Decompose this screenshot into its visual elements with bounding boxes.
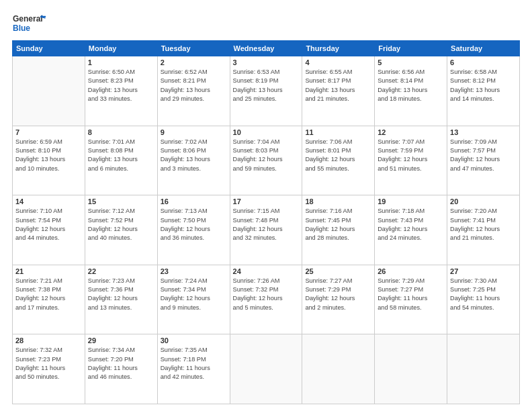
day-info: Sunrise: 7:01 AM Sunset: 8:08 PM Dayligh…	[88, 138, 154, 173]
day-info: Sunrise: 6:50 AM Sunset: 8:23 PM Dayligh…	[88, 68, 154, 103]
day-number: 25	[305, 267, 371, 275]
calendar-cell: 17Sunrise: 7:15 AM Sunset: 7:48 PM Dayli…	[230, 195, 302, 265]
day-number: 18	[305, 197, 371, 205]
calendar-cell	[375, 334, 447, 404]
day-info: Sunrise: 7:24 AM Sunset: 7:34 PM Dayligh…	[161, 277, 227, 312]
day-info: Sunrise: 7:02 AM Sunset: 8:06 PM Dayligh…	[161, 138, 227, 173]
calendar-cell: 9Sunrise: 7:02 AM Sunset: 8:06 PM Daylig…	[157, 126, 230, 195]
day-info: Sunrise: 6:53 AM Sunset: 8:19 PM Dayligh…	[233, 68, 300, 103]
day-number: 12	[378, 128, 444, 136]
page: General Blue SundayMondayTuesdayWednesda…	[0, 0, 532, 411]
day-number: 9	[161, 128, 227, 136]
column-header-sunday: Sunday	[13, 41, 85, 56]
day-info: Sunrise: 7:32 AM Sunset: 7:23 PM Dayligh…	[15, 346, 82, 381]
calendar-cell: 27Sunrise: 7:30 AM Sunset: 7:25 PM Dayli…	[447, 265, 520, 334]
svg-text:General: General	[13, 14, 43, 24]
logo: General Blue	[12, 12, 46, 36]
calendar-cell: 23Sunrise: 7:24 AM Sunset: 7:34 PM Dayli…	[157, 265, 230, 334]
day-number: 15	[88, 197, 154, 205]
day-info: Sunrise: 7:04 AM Sunset: 8:03 PM Dayligh…	[233, 138, 300, 173]
day-number: 13	[450, 128, 517, 136]
day-info: Sunrise: 6:59 AM Sunset: 8:10 PM Dayligh…	[15, 138, 82, 173]
calendar-week-row: 14Sunrise: 7:10 AM Sunset: 7:54 PM Dayli…	[13, 195, 520, 265]
day-number: 16	[161, 197, 227, 205]
svg-text:Blue: Blue	[13, 24, 30, 33]
calendar-cell: 22Sunrise: 7:23 AM Sunset: 7:36 PM Dayli…	[85, 265, 157, 334]
day-info: Sunrise: 7:18 AM Sunset: 7:43 PM Dayligh…	[378, 207, 444, 242]
day-info: Sunrise: 6:52 AM Sunset: 8:21 PM Dayligh…	[161, 68, 227, 103]
column-header-monday: Monday	[85, 41, 157, 56]
calendar-table: SundayMondayTuesdayWednesdayThursdayFrid…	[12, 40, 520, 404]
day-number: 19	[378, 197, 444, 205]
calendar-cell: 14Sunrise: 7:10 AM Sunset: 7:54 PM Dayli…	[13, 195, 85, 265]
calendar-cell: 2Sunrise: 6:52 AM Sunset: 8:21 PM Daylig…	[157, 56, 230, 126]
column-header-thursday: Thursday	[302, 41, 375, 56]
calendar-cell: 13Sunrise: 7:09 AM Sunset: 7:57 PM Dayli…	[447, 126, 520, 195]
calendar-week-row: 21Sunrise: 7:21 AM Sunset: 7:38 PM Dayli…	[13, 265, 520, 334]
calendar-cell: 20Sunrise: 7:20 AM Sunset: 7:41 PM Dayli…	[447, 195, 520, 265]
day-info: Sunrise: 7:34 AM Sunset: 7:20 PM Dayligh…	[88, 346, 154, 381]
day-number: 23	[161, 267, 227, 275]
day-info: Sunrise: 7:13 AM Sunset: 7:50 PM Dayligh…	[161, 207, 227, 242]
column-header-saturday: Saturday	[447, 41, 520, 56]
day-info: Sunrise: 7:09 AM Sunset: 7:57 PM Dayligh…	[450, 138, 517, 173]
day-number: 20	[450, 197, 517, 205]
calendar-cell: 15Sunrise: 7:12 AM Sunset: 7:52 PM Dayli…	[85, 195, 157, 265]
day-info: Sunrise: 7:15 AM Sunset: 7:48 PM Dayligh…	[233, 207, 300, 242]
calendar-cell: 28Sunrise: 7:32 AM Sunset: 7:23 PM Dayli…	[13, 334, 85, 404]
calendar-cell: 18Sunrise: 7:16 AM Sunset: 7:45 PM Dayli…	[302, 195, 375, 265]
day-info: Sunrise: 7:06 AM Sunset: 8:01 PM Dayligh…	[305, 138, 371, 173]
calendar-cell: 5Sunrise: 6:56 AM Sunset: 8:14 PM Daylig…	[375, 56, 447, 126]
day-info: Sunrise: 7:23 AM Sunset: 7:36 PM Dayligh…	[88, 277, 154, 312]
calendar-week-row: 28Sunrise: 7:32 AM Sunset: 7:23 PM Dayli…	[13, 334, 520, 404]
day-info: Sunrise: 7:16 AM Sunset: 7:45 PM Dayligh…	[305, 207, 371, 242]
day-info: Sunrise: 7:10 AM Sunset: 7:54 PM Dayligh…	[15, 207, 82, 242]
day-info: Sunrise: 7:27 AM Sunset: 7:29 PM Dayligh…	[305, 277, 371, 312]
day-number: 5	[378, 58, 444, 66]
calendar-header-row: SundayMondayTuesdayWednesdayThursdayFrid…	[13, 41, 520, 56]
calendar-cell: 19Sunrise: 7:18 AM Sunset: 7:43 PM Dayli…	[375, 195, 447, 265]
day-number: 2	[161, 58, 227, 66]
column-header-tuesday: Tuesday	[157, 41, 230, 56]
day-info: Sunrise: 7:12 AM Sunset: 7:52 PM Dayligh…	[88, 207, 154, 242]
day-number: 22	[88, 267, 154, 275]
calendar-cell: 10Sunrise: 7:04 AM Sunset: 8:03 PM Dayli…	[230, 126, 302, 195]
calendar-cell: 16Sunrise: 7:13 AM Sunset: 7:50 PM Dayli…	[157, 195, 230, 265]
day-number: 30	[161, 336, 227, 345]
day-info: Sunrise: 6:58 AM Sunset: 8:12 PM Dayligh…	[450, 68, 517, 103]
day-info: Sunrise: 7:35 AM Sunset: 7:18 PM Dayligh…	[161, 346, 227, 381]
column-header-wednesday: Wednesday	[230, 41, 302, 56]
day-info: Sunrise: 7:21 AM Sunset: 7:38 PM Dayligh…	[15, 277, 82, 312]
day-number: 26	[378, 267, 444, 275]
day-number: 8	[88, 128, 154, 136]
calendar-cell	[447, 334, 520, 404]
day-number: 27	[450, 267, 517, 275]
day-number: 10	[233, 128, 300, 136]
day-number: 1	[88, 58, 154, 66]
day-number: 4	[305, 58, 371, 66]
calendar-cell: 1Sunrise: 6:50 AM Sunset: 8:23 PM Daylig…	[85, 56, 157, 126]
day-info: Sunrise: 7:26 AM Sunset: 7:32 PM Dayligh…	[233, 277, 300, 312]
calendar-cell: 24Sunrise: 7:26 AM Sunset: 7:32 PM Dayli…	[230, 265, 302, 334]
calendar-cell: 21Sunrise: 7:21 AM Sunset: 7:38 PM Dayli…	[13, 265, 85, 334]
calendar-cell: 30Sunrise: 7:35 AM Sunset: 7:18 PM Dayli…	[157, 334, 230, 404]
day-number: 11	[305, 128, 371, 136]
day-info: Sunrise: 7:20 AM Sunset: 7:41 PM Dayligh…	[450, 207, 517, 242]
calendar-cell: 8Sunrise: 7:01 AM Sunset: 8:08 PM Daylig…	[85, 126, 157, 195]
calendar-cell: 7Sunrise: 6:59 AM Sunset: 8:10 PM Daylig…	[13, 126, 85, 195]
day-number: 29	[88, 336, 154, 345]
column-header-friday: Friday	[375, 41, 447, 56]
day-number: 28	[15, 336, 82, 345]
calendar-cell: 3Sunrise: 6:53 AM Sunset: 8:19 PM Daylig…	[230, 56, 302, 126]
header: General Blue	[12, 12, 520, 36]
day-number: 7	[15, 128, 82, 136]
calendar-cell: 4Sunrise: 6:55 AM Sunset: 8:17 PM Daylig…	[302, 56, 375, 126]
calendar-cell: 26Sunrise: 7:29 AM Sunset: 7:27 PM Dayli…	[375, 265, 447, 334]
day-info: Sunrise: 7:29 AM Sunset: 7:27 PM Dayligh…	[378, 277, 444, 312]
calendar-cell: 11Sunrise: 7:06 AM Sunset: 8:01 PM Dayli…	[302, 126, 375, 195]
calendar-week-row: 7Sunrise: 6:59 AM Sunset: 8:10 PM Daylig…	[13, 126, 520, 195]
calendar-cell: 29Sunrise: 7:34 AM Sunset: 7:20 PM Dayli…	[85, 334, 157, 404]
day-info: Sunrise: 6:56 AM Sunset: 8:14 PM Dayligh…	[378, 68, 444, 103]
calendar-cell: 25Sunrise: 7:27 AM Sunset: 7:29 PM Dayli…	[302, 265, 375, 334]
calendar-cell: 6Sunrise: 6:58 AM Sunset: 8:12 PM Daylig…	[447, 56, 520, 126]
